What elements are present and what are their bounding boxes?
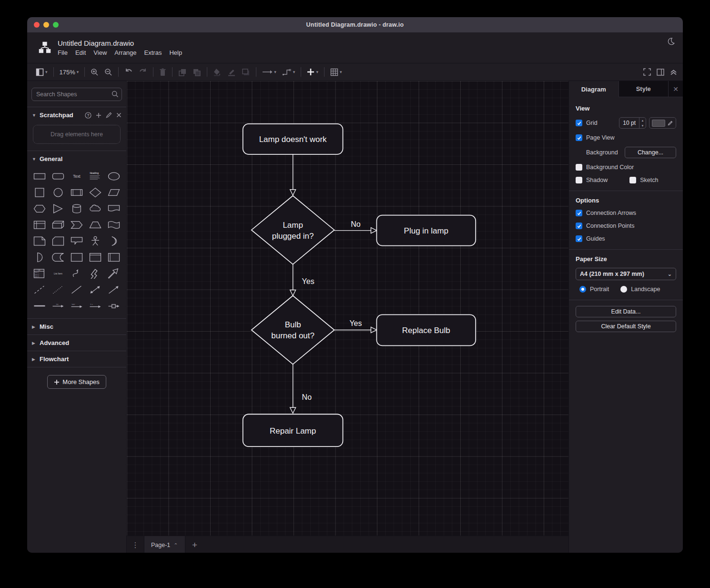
shape-cylinder[interactable]: [67, 201, 86, 216]
grid-color-button[interactable]: [649, 117, 676, 129]
shape-square[interactable]: [30, 185, 49, 200]
menu-arrange[interactable]: Arrange: [114, 49, 136, 56]
zoom-out-button[interactable]: [101, 66, 115, 78]
line-color-button[interactable]: [224, 66, 239, 78]
scratchpad-close-icon[interactable]: [116, 112, 122, 118]
shape-rectangle[interactable]: [30, 169, 49, 184]
shape-container[interactable]: [67, 250, 86, 265]
insert-button[interactable]: ▾: [304, 66, 321, 78]
scratchpad-add-icon[interactable]: [96, 112, 101, 118]
page-view-checkbox[interactable]: [576, 134, 582, 141]
shape-curve[interactable]: [67, 266, 86, 281]
page-tab[interactable]: Page-1 ⌃: [144, 536, 185, 553]
change-background-button[interactable]: Change...: [625, 147, 676, 158]
shape-step[interactable]: [67, 217, 86, 233]
edge-label-yes[interactable]: Yes: [302, 277, 314, 285]
to-back-button[interactable]: [190, 66, 204, 78]
maximize-window-button[interactable]: [53, 22, 59, 28]
guides-checkbox[interactable]: [576, 235, 582, 242]
shape-process[interactable]: [67, 185, 86, 200]
node-bulb-burned-out[interactable]: [252, 296, 335, 365]
paper-size-select[interactable]: A4 (210 mm x 297 mm) ⌄: [576, 268, 676, 280]
shape-arrow-label-2[interactable]: 0..n: [86, 298, 105, 314]
shape-internal-storage[interactable]: [30, 217, 49, 233]
edge-label-no[interactable]: No: [351, 220, 361, 228]
shape-horizontal-line[interactable]: [30, 298, 49, 314]
connection-points-checkbox[interactable]: [576, 223, 582, 229]
shape-data-storage[interactable]: [49, 250, 67, 265]
landscape-radio[interactable]: [620, 286, 627, 293]
shape-callout[interactable]: [67, 233, 86, 249]
shape-document[interactable]: [105, 201, 123, 216]
menu-edit[interactable]: Edit: [75, 49, 86, 56]
more-shapes-button[interactable]: More Shapes: [47, 375, 106, 389]
table-button[interactable]: ▾: [327, 66, 345, 78]
shape-arrow-label[interactable]: label: [67, 298, 86, 314]
shape-dotted-line[interactable]: [49, 282, 67, 297]
scratchpad-help-icon[interactable]: ?: [85, 112, 91, 119]
edit-data-button[interactable]: Edit Data...: [576, 306, 676, 317]
portrait-radio[interactable]: [579, 286, 586, 293]
pages-menu-button[interactable]: ⋮: [127, 536, 144, 553]
tab-style[interactable]: Style: [619, 81, 669, 97]
minimize-window-button[interactable]: [43, 22, 49, 28]
shape-note[interactable]: [30, 233, 49, 249]
shape-cube[interactable]: [49, 217, 67, 233]
document-title[interactable]: Untitled Diagram.drawio: [58, 39, 182, 47]
menu-file[interactable]: File: [58, 49, 68, 56]
shape-and[interactable]: [30, 250, 49, 265]
zoom-level-dropdown[interactable]: 175%▾: [57, 66, 82, 78]
shape-card[interactable]: [49, 233, 67, 249]
shape-list[interactable]: ListItem 1Item 2Item 3: [30, 266, 49, 281]
edge-label-yes[interactable]: Yes: [349, 319, 362, 327]
shadow-button[interactable]: [239, 66, 253, 78]
connection-arrows-checkbox[interactable]: [576, 210, 582, 216]
waypoint-style-button[interactable]: ▾: [279, 66, 298, 78]
dark-mode-toggle-icon[interactable]: [667, 37, 675, 46]
section-advanced[interactable]: ▶ Advanced: [27, 335, 126, 351]
undo-button[interactable]: [122, 66, 136, 78]
collapse-toolbar-icon[interactable]: [670, 69, 677, 75]
shape-rounded-rectangle[interactable]: [49, 169, 67, 184]
section-general[interactable]: ▼ General: [27, 151, 126, 167]
edge-label-no[interactable]: No: [302, 393, 312, 401]
shape-directional-connector[interactable]: [105, 282, 123, 297]
shape-bidirectional-connector[interactable]: [86, 282, 105, 297]
diagram-canvas[interactable]: No Yes Yes No Lamp doesn't work Lamp: [127, 81, 568, 536]
shape-heading[interactable]: Heading: [86, 169, 105, 184]
menu-extras[interactable]: Extras: [144, 49, 162, 56]
close-panel-button[interactable]: ✕: [668, 81, 683, 97]
shape-parallelogram[interactable]: [105, 185, 123, 200]
background-color-checkbox[interactable]: [576, 164, 582, 171]
section-flowchart[interactable]: ▶ Flowchart: [27, 351, 126, 367]
format-panel-toggle-icon[interactable]: [657, 69, 664, 76]
scratchpad-header[interactable]: ▼ Scratchpad ?: [27, 107, 126, 123]
shape-triangle[interactable]: [49, 201, 67, 216]
zoom-in-button[interactable]: [88, 66, 101, 78]
shape-link[interactable]: link: [49, 298, 67, 314]
shape-actor[interactable]: [86, 233, 105, 249]
grid-size-stepper[interactable]: ▲▼: [639, 118, 646, 128]
connection-style-button[interactable]: ▾: [259, 66, 279, 78]
tab-diagram[interactable]: Diagram: [569, 81, 619, 97]
search-shapes-input[interactable]: [31, 88, 122, 101]
shape-bidirectional-arrow[interactable]: [86, 266, 105, 281]
shape-horizontal-container[interactable]: [105, 250, 123, 265]
clear-default-style-button[interactable]: Clear Default Style: [576, 321, 676, 332]
add-page-button[interactable]: +: [185, 536, 204, 553]
shape-hexagon[interactable]: [30, 201, 49, 216]
shape-or[interactable]: [105, 233, 123, 249]
shape-arrow[interactable]: [105, 266, 123, 281]
to-front-button[interactable]: [175, 66, 190, 78]
sketch-checkbox[interactable]: [629, 177, 636, 183]
shape-diamond[interactable]: [86, 185, 105, 200]
scratchpad-dropzone[interactable]: Drag elements here: [33, 125, 121, 144]
close-window-button[interactable]: [34, 22, 40, 28]
redo-button[interactable]: [136, 66, 150, 78]
shape-circle[interactable]: [49, 185, 67, 200]
shape-trapezoid[interactable]: [86, 217, 105, 233]
shape-dashed-line[interactable]: [30, 282, 49, 297]
grid-size-input[interactable]: 10 pt ▲▼: [619, 117, 646, 129]
fullscreen-icon[interactable]: [643, 68, 651, 76]
section-misc[interactable]: ▶ Misc: [27, 319, 126, 335]
